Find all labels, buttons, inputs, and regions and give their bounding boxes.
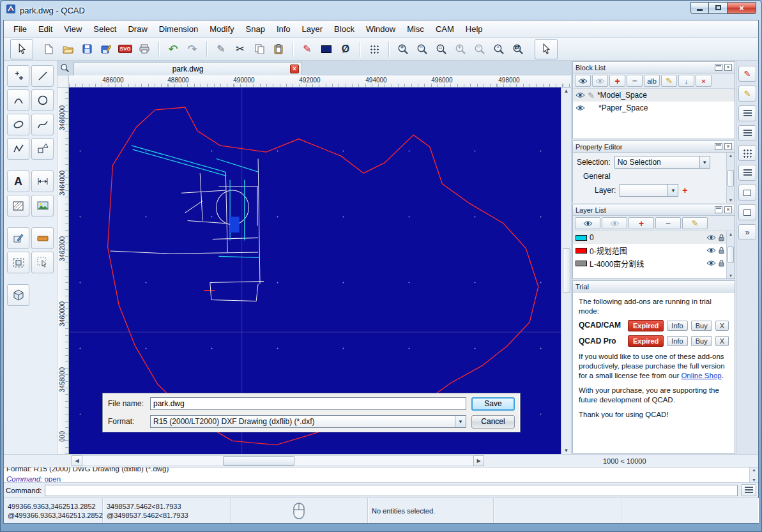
buy-button[interactable]: Buy (691, 336, 712, 346)
menu-info[interactable]: Info (271, 22, 296, 36)
paste-button[interactable] (270, 40, 287, 58)
pencil-button[interactable]: ✎ (212, 40, 230, 58)
zoom-window-button[interactable]: ▫ (490, 40, 508, 58)
select-tool-button[interactable] (31, 252, 54, 273)
zoom-in-button[interactable]: + (394, 40, 412, 58)
text-tool-button[interactable]: A (7, 171, 29, 192)
scroll-up-icon[interactable]: ▲ (729, 153, 733, 158)
pan-zoom-button[interactable]: ⇄ (509, 40, 527, 58)
dock-button-command-line[interactable] (738, 185, 756, 201)
edit-block-button[interactable]: ✎ (661, 75, 677, 87)
grid-toggle-button[interactable] (365, 40, 383, 58)
spline-tool-button[interactable] (31, 114, 54, 135)
dock-button-block-list[interactable] (738, 145, 756, 161)
menu-window[interactable]: Window (360, 22, 401, 36)
info-button[interactable]: Info (667, 321, 687, 331)
eye-icon[interactable] (575, 105, 585, 111)
arc-tool-button[interactable] (7, 89, 29, 111)
vertical-scrollbar[interactable]: ▲ ▼ (726, 231, 735, 278)
minimize-button[interactable] (690, 2, 709, 14)
scroll-left-icon[interactable]: ◀ (72, 455, 82, 466)
command-history[interactable]: Format: R15 (2000) DWG Drawing (dxflib) … (4, 467, 758, 483)
linetype-button[interactable]: Ø (337, 40, 354, 58)
lock-icon[interactable] (719, 247, 724, 254)
copy-button[interactable] (250, 40, 268, 58)
float-panel-icon[interactable] (715, 143, 722, 150)
vertical-scrollbar[interactable]: ▲ ▼ (561, 87, 571, 454)
purge-block-button[interactable]: × (696, 75, 712, 87)
file-name-input[interactable] (150, 397, 466, 410)
menu-block[interactable]: Block (328, 22, 360, 36)
dismiss-button[interactable]: X (715, 336, 729, 346)
viewport-tool-button[interactable] (7, 252, 29, 273)
dimension-tool-button[interactable] (31, 171, 54, 192)
add-block-button[interactable]: + (609, 75, 625, 87)
drawing-canvas[interactable]: File name: Save Format: R15 (2000/LT2000… (69, 87, 561, 454)
lock-icon[interactable] (719, 259, 724, 267)
menu-modify[interactable]: Modify (204, 22, 240, 36)
layer-row-1[interactable]: 0-规划范围 (573, 244, 735, 257)
save-button[interactable]: Save (471, 397, 515, 411)
dock-button-layer-list[interactable] (738, 125, 756, 141)
online-shop-link[interactable]: Online Shop (681, 372, 721, 379)
scroll-down-icon[interactable]: ▼ (564, 448, 569, 453)
tab-close-icon[interactable]: × (290, 65, 299, 73)
scroll-down-icon[interactable]: ▼ (729, 198, 733, 202)
remove-layer-button[interactable]: − (655, 217, 681, 229)
history-scrollbar[interactable]: ▲ ▼ (749, 467, 758, 482)
hatch-tool-button[interactable] (7, 195, 29, 217)
selection-select[interactable]: No Selection ▼ (614, 156, 710, 169)
dock-button-draft[interactable]: ✎ (738, 66, 756, 82)
close-button[interactable]: × (728, 2, 756, 14)
maximize-button[interactable] (709, 2, 728, 14)
select-mode-button[interactable] (537, 40, 555, 58)
eye-icon[interactable] (706, 260, 716, 266)
scroll-thumb[interactable] (223, 456, 294, 466)
float-panel-icon[interactable] (715, 64, 722, 71)
shape-tool-button[interactable] (31, 138, 54, 160)
image-tool-button[interactable] (31, 195, 54, 217)
cancel-button[interactable]: Cancel (471, 415, 515, 429)
eye-icon[interactable] (706, 247, 716, 254)
document-tab[interactable]: park.dwg × (73, 62, 302, 75)
layer-select[interactable]: ▼ (620, 184, 678, 197)
scroll-up-icon[interactable]: ▲ (564, 88, 569, 94)
menu-view[interactable]: View (58, 22, 88, 36)
scroll-right-icon[interactable]: ▶ (473, 455, 484, 466)
dock-button-property-editor[interactable] (738, 105, 756, 121)
float-panel-icon[interactable] (715, 206, 722, 213)
horizontal-scrollbar[interactable] (82, 455, 473, 466)
info-button[interactable]: Info (667, 336, 687, 346)
menu-snap[interactable]: Snap (240, 22, 271, 36)
eye-icon[interactable] (575, 92, 585, 98)
save-as-button[interactable] (97, 40, 115, 58)
scroll-down-icon[interactable]: ▼ (729, 273, 733, 278)
show-all-blocks-button[interactable] (575, 75, 591, 87)
menu-misc[interactable]: Misc (401, 22, 430, 36)
point-tool-button[interactable] (7, 65, 29, 87)
menu-draw[interactable]: Draw (122, 22, 153, 36)
new-file-button[interactable] (40, 40, 57, 58)
block-row-paper-space[interactable]: *Paper_Space (573, 102, 735, 114)
dock-button-selection-filter[interactable] (738, 204, 756, 220)
dock-button-edit[interactable]: ✎ (738, 86, 756, 102)
dock-button-library-browser[interactable] (738, 165, 756, 181)
add-layer-button[interactable]: + (629, 217, 654, 229)
ellipse-tool-button[interactable] (7, 114, 29, 135)
lock-icon[interactable] (719, 234, 724, 241)
title-bar[interactable]: park.dwg - QCAD × (1, 1, 761, 20)
circle-tool-button[interactable] (31, 89, 54, 111)
pen-color-button[interactable]: ✎ (298, 40, 316, 58)
menu-layer[interactable]: Layer (296, 22, 329, 36)
edit-layer-button[interactable]: ✎ (682, 217, 708, 229)
selection-tool-button[interactable] (13, 40, 31, 58)
color-swatch-button[interactable] (317, 40, 335, 58)
material-tool-button[interactable] (31, 227, 54, 249)
format-select[interactable]: R15 (2000/LT2000) DXF Drawing (dxflib) (… (150, 415, 466, 428)
scroll-up-icon[interactable]: ▲ (729, 232, 733, 236)
menu-help[interactable]: Help (460, 22, 489, 36)
hide-all-blocks-button[interactable] (592, 75, 608, 87)
open-file-button[interactable] (59, 40, 77, 58)
zoom-out-button[interactable]: − (413, 40, 431, 58)
layer-row-2[interactable]: L-4000亩分割线 (573, 257, 735, 270)
